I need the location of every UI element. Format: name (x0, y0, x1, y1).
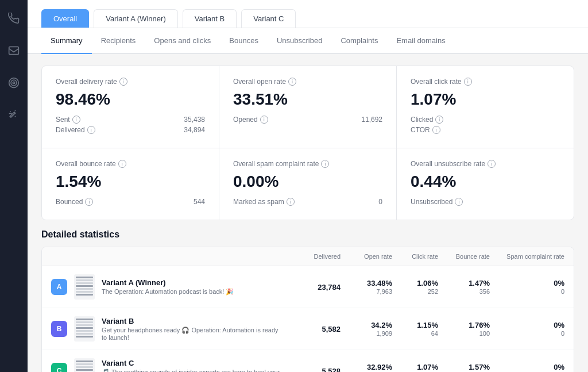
variant-a-bounce-rate: 1.47% 356 (438, 279, 490, 295)
stats-table-header: Delivered Open rate Click rate Bounce ra… (42, 247, 574, 266)
table-row: B Variant B Get your headphones ready 🎧 … (42, 308, 574, 350)
unsubscribed-row: Unsubscribed i (411, 198, 560, 206)
tab-unsubscribed[interactable]: Unsubscribed (268, 28, 332, 54)
header-open-rate: Open rate (341, 253, 392, 260)
content-area: Overall delivery rate i 98.46% Sent i 35… (28, 54, 588, 372)
clicked-info-icon[interactable]: i (435, 116, 443, 124)
click-rate-info-icon[interactable]: i (464, 78, 472, 86)
variant-c-text: Variant C 🎵 The soothing sounds of insid… (102, 359, 283, 372)
variant-b-thumbnail (74, 316, 95, 342)
variant-c-delivered: 5,528 (283, 367, 341, 373)
variant-b-name: Variant B (102, 317, 283, 325)
stats-table: Delivered Open rate Click rate Bounce ra… (41, 247, 574, 372)
metric-spam-rate: Overall spam complaint rate i 0.00% Mark… (219, 148, 396, 220)
header-variant (51, 253, 283, 260)
open-rate-info-icon[interactable]: i (288, 78, 296, 86)
tab-summary[interactable]: Summary (41, 28, 92, 54)
sent-info-icon[interactable]: i (72, 116, 80, 124)
metrics-grid: Overall delivery rate i 98.46% Sent i 35… (41, 66, 574, 220)
sub-tabs: Summary Recipients Opens and clicks Boun… (28, 28, 588, 54)
variant-c-click-rate: 1.07% 59 (392, 363, 438, 372)
variant-tab-c[interactable]: Variant C (241, 9, 296, 28)
click-rate-label: Overall click rate i (411, 78, 560, 86)
sidebar (0, 0, 28, 372)
variant-b-text: Variant B Get your headphones ready 🎧 Op… (102, 317, 283, 341)
table-row: C Variant C 🎵 The soothing sounds of ins… (42, 350, 574, 372)
bounce-rate-value: 1.54% (56, 172, 205, 191)
magic-icon[interactable] (5, 106, 23, 124)
metric-click-rate: Overall click rate i 1.07% Clicked i CTO… (397, 66, 574, 148)
email-icon[interactable] (5, 41, 23, 60)
variant-tab-b[interactable]: Variant B (183, 9, 237, 28)
variant-a-thumbnail (74, 274, 95, 300)
variant-tab-a[interactable]: Variant A (Winner) (94, 9, 178, 28)
variant-b-info: B Variant B Get your headphones ready 🎧 … (51, 316, 283, 342)
variant-a-info: A Variant A (Winner) The Operation: Auto… (51, 274, 283, 300)
bounce-rate-info-icon[interactable]: i (118, 160, 126, 168)
tab-recipients[interactable]: Recipients (92, 28, 145, 54)
ctor-row: CTOR i (411, 126, 560, 134)
unsubscribed-info-icon[interactable]: i (455, 198, 463, 206)
metric-unsubscribe-rate: Overall unsubscribe rate i 0.44% Unsubsc… (397, 148, 574, 220)
target-icon[interactable] (5, 74, 23, 92)
variant-a-badge: A (51, 279, 67, 295)
unsubscribe-rate-value: 0.44% (411, 172, 560, 191)
variant-b-click-rate: 1.15% 64 (392, 321, 438, 337)
delivery-delivered-row: Delivered i 34,894 (56, 126, 205, 134)
header-delivered: Delivered (283, 253, 341, 260)
svg-point-2 (11, 80, 17, 86)
spam-rate-label: Overall spam complaint rate i (233, 160, 382, 168)
metric-open-rate: Overall open rate i 33.51% Opened i 11,6… (219, 66, 396, 148)
delivery-rate-value: 98.46% (56, 90, 205, 109)
variant-c-thumbnail (74, 358, 95, 372)
broadcast-icon[interactable] (5, 9, 23, 28)
detailed-statistics-title: Detailed statistics (41, 229, 574, 240)
variant-c-name: Variant C (102, 359, 283, 367)
variant-tab-overall[interactable]: Overall (41, 9, 89, 28)
variant-c-subject: 🎵 The soothing sounds of insider experts… (102, 369, 283, 372)
delivery-rate-info-icon[interactable]: i (119, 78, 127, 86)
variant-a-spam-rate: 0% 0 (490, 279, 564, 295)
spam-rate-info-icon[interactable]: i (321, 160, 329, 168)
header-spam-rate: Spam complaint rate (490, 253, 564, 260)
ctor-info-icon[interactable]: i (432, 126, 440, 134)
variant-a-open-rate: 33.48% 7,963 (341, 279, 392, 295)
variant-b-spam-rate: 0% 0 (490, 321, 564, 337)
metric-delivery-rate: Overall delivery rate i 98.46% Sent i 35… (42, 66, 219, 148)
unsubscribe-rate-label: Overall unsubscribe rate i (411, 160, 560, 168)
opened-info-icon[interactable]: i (260, 116, 268, 124)
metric-bounce-rate: Overall bounce rate i 1.54% Bounced i 54… (42, 148, 219, 220)
variant-tabs: Overall Variant A (Winner) Variant B Var… (28, 0, 588, 28)
variant-c-bounce-rate: 1.57% 88 (438, 363, 490, 372)
variant-a-delivered: 23,784 (283, 283, 341, 292)
svg-rect-0 (9, 47, 19, 54)
click-rate-value: 1.07% (411, 90, 560, 109)
table-row: A Variant A (Winner) The Operation: Auto… (42, 266, 574, 308)
header-bounce-rate: Bounce rate (438, 253, 490, 260)
tab-bounces[interactable]: Bounces (220, 28, 268, 54)
unsubscribe-rate-info-icon[interactable]: i (488, 160, 496, 168)
clicked-row: Clicked i (411, 116, 560, 124)
marked-as-spam-row: Marked as spam i 0 (233, 198, 382, 206)
variant-a-subject: The Operation: Automation podcast is bac… (102, 288, 283, 296)
bounce-rate-label: Overall bounce rate i (56, 160, 205, 168)
header-click-rate: Click rate (392, 253, 438, 260)
delivery-rate-label: Overall delivery rate i (56, 78, 205, 86)
spam-info-icon[interactable]: i (287, 198, 295, 206)
main-content: Overall Variant A (Winner) Variant B Var… (28, 0, 588, 372)
variant-b-subject: Get your headphones ready 🎧 Operation: A… (102, 327, 283, 341)
variant-a-text: Variant A (Winner) The Operation: Automa… (102, 278, 283, 296)
variant-c-badge: C (51, 363, 67, 372)
delivered-info-icon[interactable]: i (87, 126, 95, 134)
variant-a-name: Variant A (Winner) (102, 278, 283, 287)
variant-b-delivered: 5,582 (283, 325, 341, 333)
variant-a-click-rate: 1.06% 252 (392, 279, 438, 295)
tab-opens-clicks[interactable]: Opens and clicks (145, 28, 220, 54)
tab-complaints[interactable]: Complaints (331, 28, 387, 54)
opened-row: Opened i 11,692 (233, 116, 382, 124)
bounced-info-icon[interactable]: i (85, 198, 93, 206)
variant-c-open-rate: 32.92% 1,820 (341, 363, 392, 372)
tab-email-domains[interactable]: Email domains (387, 28, 454, 54)
variant-c-spam-rate: 0% 0 (490, 363, 564, 372)
open-rate-label: Overall open rate i (233, 78, 382, 86)
